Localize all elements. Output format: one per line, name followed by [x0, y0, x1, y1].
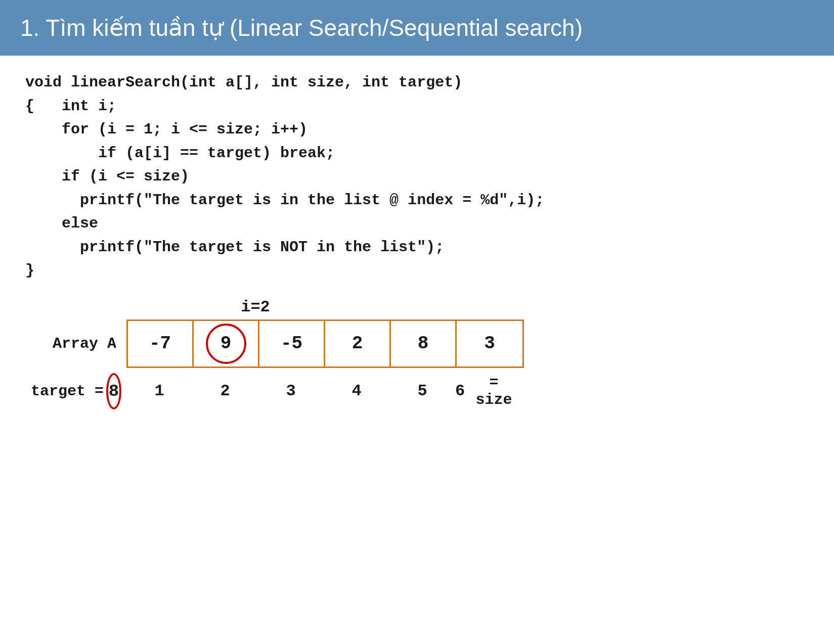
array-cell-2: -5: [259, 321, 325, 366]
slide-title: 1. Tìm kiếm tuần tự (Linear Search/Seque…: [20, 15, 583, 41]
code-line-3: for (i = 1; i <= size; i++): [25, 118, 809, 142]
array-container: -7 9 -5 2 8 3: [126, 319, 524, 368]
target-label: target =: [25, 383, 106, 400]
array-cell-1: 9: [194, 321, 259, 366]
index-1: 1: [126, 382, 192, 400]
array-cell-3: 2: [325, 321, 391, 366]
index-2: 2: [192, 382, 258, 400]
size-label: = size: [467, 374, 521, 408]
code-section: void linearSearch(int a[], int size, int…: [0, 71, 834, 283]
code-line-9: }: [25, 259, 809, 283]
slide: 1. Tìm kiếm tuần tự (Linear Search/Seque…: [0, 0, 834, 644]
index-numbers: 1 2 3 4 5 6 = size: [126, 374, 521, 408]
array-cell-5: 3: [457, 321, 522, 366]
index-5: 5: [389, 382, 455, 400]
code-line-5: if (i <= size): [25, 165, 809, 189]
index-6: 6 = size: [455, 374, 521, 408]
highlighted-cell-circle: 9: [206, 324, 246, 364]
code-line-8: printf("The target is NOT in the list");: [25, 236, 809, 259]
index-row: target = 8 1 2 3 4 5 6 = size: [25, 373, 809, 409]
array-cell-4: 8: [391, 321, 457, 366]
i-label: i=2: [223, 298, 288, 316]
code-line-4: if (a[i] == target) break;: [25, 142, 809, 165]
index-4: 4: [324, 382, 389, 400]
diagram-section: i=2 Array A -7 9 -5 2 8: [0, 298, 834, 409]
array-cell-0: -7: [128, 321, 194, 366]
title-bar: 1. Tìm kiếm tuần tự (Linear Search/Seque…: [0, 0, 834, 56]
index-3: 3: [258, 382, 324, 400]
code-line-6: printf("The target is in the list @ inde…: [25, 189, 809, 212]
code-line-1: void linearSearch(int a[], int size, int…: [25, 71, 809, 95]
array-row: Array A -7 9 -5 2 8: [25, 319, 809, 368]
code-line-2: { int i;: [25, 95, 809, 118]
code-line-7: else: [25, 212, 809, 236]
target-circle: 8: [106, 373, 121, 409]
array-label: Array A: [25, 335, 126, 352]
